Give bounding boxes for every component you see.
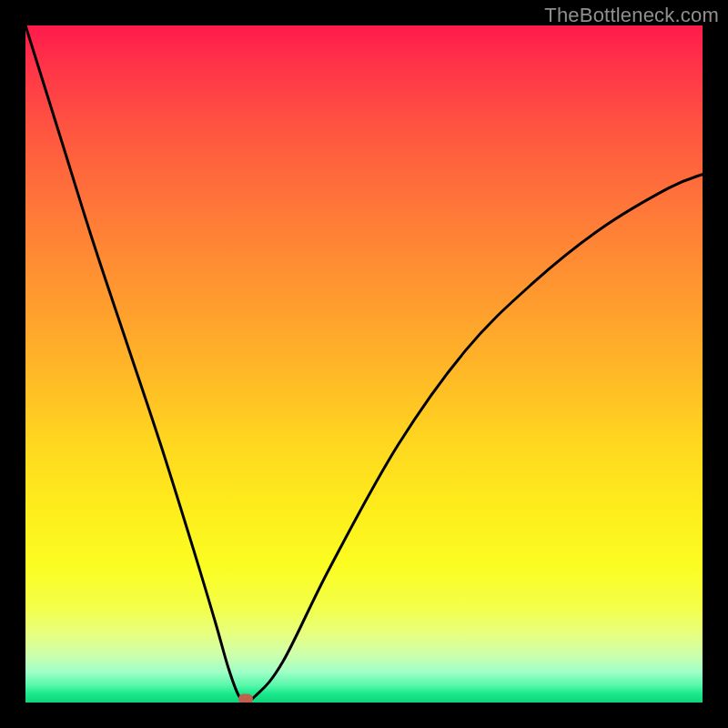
plot-area	[25, 25, 703, 703]
minimum-marker-icon	[238, 694, 253, 703]
watermark-text: TheBottleneck.com	[544, 4, 719, 27]
chart-frame: TheBottleneck.com	[0, 0, 728, 728]
bottleneck-curve	[25, 25, 703, 703]
